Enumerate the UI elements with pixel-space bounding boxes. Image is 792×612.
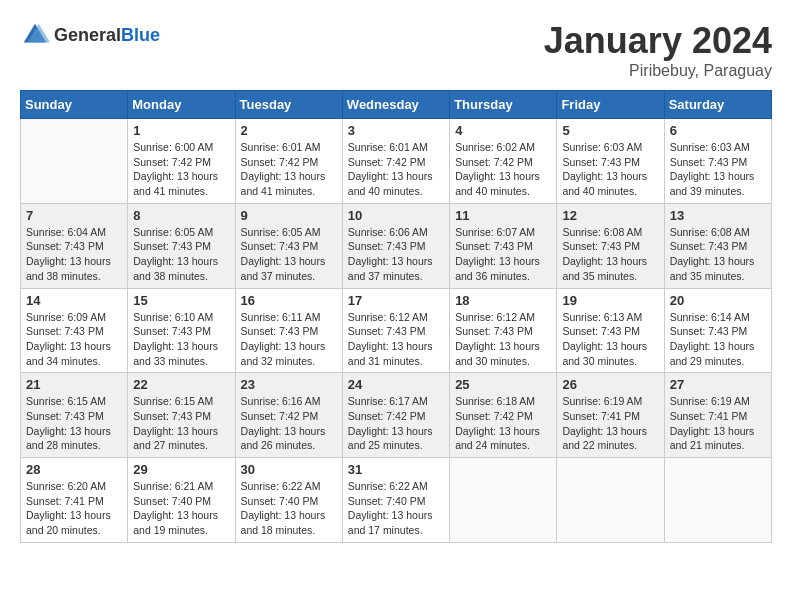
day-info: Sunrise: 6:03 AM Sunset: 7:43 PM Dayligh… [562,140,658,199]
day-info: Sunrise: 6:12 AM Sunset: 7:43 PM Dayligh… [455,310,551,369]
calendar-day-8: 8Sunrise: 6:05 AM Sunset: 7:43 PM Daylig… [128,203,235,288]
day-info: Sunrise: 6:05 AM Sunset: 7:43 PM Dayligh… [241,225,337,284]
calendar-day-22: 22Sunrise: 6:15 AM Sunset: 7:43 PM Dayli… [128,373,235,458]
calendar-day-9: 9Sunrise: 6:05 AM Sunset: 7:43 PM Daylig… [235,203,342,288]
title-section: January 2024 Piribebuy, Paraguay [544,20,772,80]
day-info: Sunrise: 6:01 AM Sunset: 7:42 PM Dayligh… [348,140,444,199]
calendar-day-25: 25Sunrise: 6:18 AM Sunset: 7:42 PM Dayli… [450,373,557,458]
day-number: 11 [455,208,551,223]
day-info: Sunrise: 6:00 AM Sunset: 7:42 PM Dayligh… [133,140,229,199]
calendar-day-16: 16Sunrise: 6:11 AM Sunset: 7:43 PM Dayli… [235,288,342,373]
day-number: 24 [348,377,444,392]
day-info: Sunrise: 6:01 AM Sunset: 7:42 PM Dayligh… [241,140,337,199]
day-number: 23 [241,377,337,392]
col-header-sunday: Sunday [21,91,128,119]
calendar-day-17: 17Sunrise: 6:12 AM Sunset: 7:43 PM Dayli… [342,288,449,373]
day-number: 4 [455,123,551,138]
calendar-day-15: 15Sunrise: 6:10 AM Sunset: 7:43 PM Dayli… [128,288,235,373]
day-info: Sunrise: 6:14 AM Sunset: 7:43 PM Dayligh… [670,310,766,369]
day-info: Sunrise: 6:05 AM Sunset: 7:43 PM Dayligh… [133,225,229,284]
calendar-day-4: 4Sunrise: 6:02 AM Sunset: 7:42 PM Daylig… [450,119,557,204]
day-number: 12 [562,208,658,223]
calendar-empty-cell [21,119,128,204]
calendar-day-23: 23Sunrise: 6:16 AM Sunset: 7:42 PM Dayli… [235,373,342,458]
day-number: 31 [348,462,444,477]
day-info: Sunrise: 6:06 AM Sunset: 7:43 PM Dayligh… [348,225,444,284]
day-info: Sunrise: 6:15 AM Sunset: 7:43 PM Dayligh… [133,394,229,453]
day-info: Sunrise: 6:08 AM Sunset: 7:43 PM Dayligh… [670,225,766,284]
calendar-day-13: 13Sunrise: 6:08 AM Sunset: 7:43 PM Dayli… [664,203,771,288]
calendar-day-1: 1Sunrise: 6:00 AM Sunset: 7:42 PM Daylig… [128,119,235,204]
calendar-day-30: 30Sunrise: 6:22 AM Sunset: 7:40 PM Dayli… [235,458,342,543]
day-number: 15 [133,293,229,308]
day-number: 13 [670,208,766,223]
col-header-wednesday: Wednesday [342,91,449,119]
day-number: 2 [241,123,337,138]
logo-blue: Blue [121,25,160,45]
day-info: Sunrise: 6:12 AM Sunset: 7:43 PM Dayligh… [348,310,444,369]
calendar-day-5: 5Sunrise: 6:03 AM Sunset: 7:43 PM Daylig… [557,119,664,204]
day-number: 27 [670,377,766,392]
day-info: Sunrise: 6:19 AM Sunset: 7:41 PM Dayligh… [562,394,658,453]
header-row: SundayMondayTuesdayWednesdayThursdayFrid… [21,91,772,119]
calendar-day-3: 3Sunrise: 6:01 AM Sunset: 7:42 PM Daylig… [342,119,449,204]
calendar-empty-cell [450,458,557,543]
day-number: 1 [133,123,229,138]
col-header-tuesday: Tuesday [235,91,342,119]
calendar-week-row: 28Sunrise: 6:20 AM Sunset: 7:41 PM Dayli… [21,458,772,543]
calendar-day-7: 7Sunrise: 6:04 AM Sunset: 7:43 PM Daylig… [21,203,128,288]
calendar-day-11: 11Sunrise: 6:07 AM Sunset: 7:43 PM Dayli… [450,203,557,288]
calendar-day-27: 27Sunrise: 6:19 AM Sunset: 7:41 PM Dayli… [664,373,771,458]
calendar-day-18: 18Sunrise: 6:12 AM Sunset: 7:43 PM Dayli… [450,288,557,373]
calendar-table: SundayMondayTuesdayWednesdayThursdayFrid… [20,90,772,543]
logo-icon [20,20,50,50]
day-info: Sunrise: 6:07 AM Sunset: 7:43 PM Dayligh… [455,225,551,284]
day-info: Sunrise: 6:18 AM Sunset: 7:42 PM Dayligh… [455,394,551,453]
day-info: Sunrise: 6:13 AM Sunset: 7:43 PM Dayligh… [562,310,658,369]
day-info: Sunrise: 6:03 AM Sunset: 7:43 PM Dayligh… [670,140,766,199]
day-info: Sunrise: 6:08 AM Sunset: 7:43 PM Dayligh… [562,225,658,284]
day-info: Sunrise: 6:22 AM Sunset: 7:40 PM Dayligh… [241,479,337,538]
calendar-day-10: 10Sunrise: 6:06 AM Sunset: 7:43 PM Dayli… [342,203,449,288]
day-number: 28 [26,462,122,477]
day-number: 21 [26,377,122,392]
day-info: Sunrise: 6:20 AM Sunset: 7:41 PM Dayligh… [26,479,122,538]
logo: GeneralBlue [20,20,160,50]
location: Piribebuy, Paraguay [544,62,772,80]
calendar-day-28: 28Sunrise: 6:20 AM Sunset: 7:41 PM Dayli… [21,458,128,543]
calendar-day-31: 31Sunrise: 6:22 AM Sunset: 7:40 PM Dayli… [342,458,449,543]
day-info: Sunrise: 6:21 AM Sunset: 7:40 PM Dayligh… [133,479,229,538]
day-number: 22 [133,377,229,392]
day-info: Sunrise: 6:17 AM Sunset: 7:42 PM Dayligh… [348,394,444,453]
day-number: 14 [26,293,122,308]
day-number: 19 [562,293,658,308]
day-number: 5 [562,123,658,138]
calendar-day-26: 26Sunrise: 6:19 AM Sunset: 7:41 PM Dayli… [557,373,664,458]
col-header-friday: Friday [557,91,664,119]
day-number: 3 [348,123,444,138]
calendar-day-21: 21Sunrise: 6:15 AM Sunset: 7:43 PM Dayli… [21,373,128,458]
day-info: Sunrise: 6:15 AM Sunset: 7:43 PM Dayligh… [26,394,122,453]
day-number: 26 [562,377,658,392]
calendar-week-row: 1Sunrise: 6:00 AM Sunset: 7:42 PM Daylig… [21,119,772,204]
calendar-week-row: 14Sunrise: 6:09 AM Sunset: 7:43 PM Dayli… [21,288,772,373]
day-number: 25 [455,377,551,392]
page-header: GeneralBlue January 2024 Piribebuy, Para… [20,20,772,80]
calendar-empty-cell [664,458,771,543]
calendar-day-2: 2Sunrise: 6:01 AM Sunset: 7:42 PM Daylig… [235,119,342,204]
col-header-monday: Monday [128,91,235,119]
logo-general: General [54,25,121,45]
day-info: Sunrise: 6:04 AM Sunset: 7:43 PM Dayligh… [26,225,122,284]
calendar-day-14: 14Sunrise: 6:09 AM Sunset: 7:43 PM Dayli… [21,288,128,373]
day-number: 29 [133,462,229,477]
calendar-day-20: 20Sunrise: 6:14 AM Sunset: 7:43 PM Dayli… [664,288,771,373]
day-number: 30 [241,462,337,477]
calendar-day-6: 6Sunrise: 6:03 AM Sunset: 7:43 PM Daylig… [664,119,771,204]
day-number: 9 [241,208,337,223]
day-number: 18 [455,293,551,308]
calendar-day-12: 12Sunrise: 6:08 AM Sunset: 7:43 PM Dayli… [557,203,664,288]
day-number: 6 [670,123,766,138]
calendar-empty-cell [557,458,664,543]
col-header-thursday: Thursday [450,91,557,119]
day-info: Sunrise: 6:10 AM Sunset: 7:43 PM Dayligh… [133,310,229,369]
